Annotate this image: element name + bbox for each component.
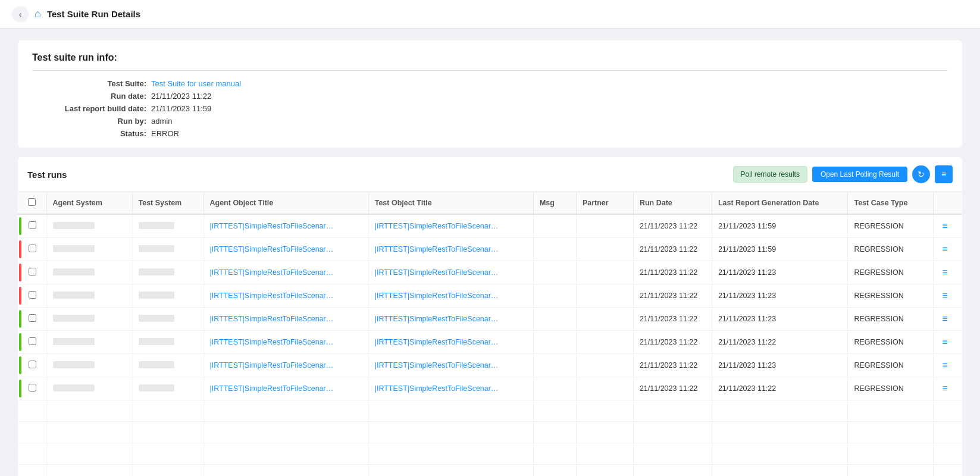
row-action-button[interactable]: ≡: [940, 382, 950, 395]
agent-obj-link[interactable]: |IRTTEST|SimpleRestToFileScenario|http:/…: [210, 384, 335, 393]
row-test-obj[interactable]: |IRTTEST|SimpleRestToFileScenario|http:/…: [368, 261, 533, 284]
empty-cell: [203, 422, 368, 443]
back-button[interactable]: ‹: [12, 6, 29, 23]
row-partner: [576, 308, 633, 331]
agent-obj-link[interactable]: |IRTTEST|SimpleRestToFileScenario|http:/…: [210, 361, 335, 369]
row-action-button[interactable]: ≡: [940, 312, 950, 325]
row-action-cell[interactable]: ≡: [934, 377, 962, 400]
row-action-cell[interactable]: ≡: [934, 308, 962, 331]
row-checkbox[interactable]: [29, 268, 36, 275]
row-test-obj[interactable]: |IRTTEST|SimpleRestToFileScenario|http:/…: [368, 377, 533, 400]
empty-cell: [576, 400, 633, 422]
agent-obj-link[interactable]: |IRTTEST|SimpleRestToFileScenario|http:/…: [210, 245, 335, 253]
test-obj-link[interactable]: |IRTTEST|SimpleRestToFileScenario|http:/…: [375, 222, 500, 230]
test-obj-link[interactable]: |IRTTEST|SimpleRestToFileScenario|http:/…: [375, 268, 500, 277]
row-partner: [576, 214, 633, 238]
row-checkbox-cell: [18, 377, 46, 400]
row-agent-obj[interactable]: |IRTTEST|SimpleRestToFileScenario|http:/…: [203, 284, 368, 308]
row-checkbox[interactable]: [29, 221, 36, 229]
info-value-suite[interactable]: Test Suite for user manual: [151, 79, 330, 88]
row-test-obj[interactable]: |IRTTEST|SimpleRestToFileScenario|http:/…: [368, 214, 533, 238]
agent-obj-link[interactable]: |IRTTEST|SimpleRestToFileScenario|http:/…: [210, 315, 335, 323]
row-agent-obj[interactable]: |IRTTEST|SimpleRestToFileScenario|http:/…: [203, 331, 368, 354]
row-test-obj[interactable]: |IRTTEST|SimpleRestToFileScenario|http:/…: [368, 238, 533, 261]
empty-cell: [132, 443, 203, 465]
empty-table-row: [18, 465, 962, 477]
row-agent-system: [46, 238, 132, 261]
row-checkbox[interactable]: [29, 245, 36, 252]
agent-obj-link[interactable]: |IRTTEST|SimpleRestToFileScenario|http:/…: [210, 268, 335, 277]
row-test-case-type: REGRESSION: [848, 377, 934, 400]
row-test-obj[interactable]: |IRTTEST|SimpleRestToFileScenario|http:/…: [368, 354, 533, 377]
test-obj-link[interactable]: |IRTTEST|SimpleRestToFileScenario|http:/…: [375, 338, 500, 346]
agent-obj-link[interactable]: |IRTTEST|SimpleRestToFileScenario|http:/…: [210, 338, 335, 346]
test-obj-link[interactable]: |IRTTEST|SimpleRestToFileScenario|http:/…: [375, 245, 500, 253]
test-obj-link[interactable]: |IRTTEST|SimpleRestToFileScenario|http:/…: [375, 315, 500, 323]
row-agent-obj[interactable]: |IRTTEST|SimpleRestToFileScenario|http:/…: [203, 377, 368, 400]
row-checkbox[interactable]: [29, 314, 36, 322]
info-value-runby: admin: [151, 117, 330, 126]
row-agent-system: [46, 214, 132, 238]
row-checkbox[interactable]: [29, 337, 36, 345]
poll-remote-button[interactable]: Poll remote results: [733, 166, 807, 183]
row-checkbox[interactable]: [29, 384, 36, 392]
th-last-report: Last Report Generation Date: [712, 192, 848, 214]
row-action-button[interactable]: ≡: [940, 336, 950, 349]
table-row: |IRTTEST|SimpleRestToFileScenario|http:/…: [18, 284, 962, 308]
row-action-button[interactable]: ≡: [940, 289, 950, 302]
th-run-date: Run Date: [633, 192, 712, 214]
row-agent-obj[interactable]: |IRTTEST|SimpleRestToFileScenario|http:/…: [203, 354, 368, 377]
empty-cell: [633, 443, 712, 465]
indicator-bar: [19, 264, 21, 281]
empty-cell: [934, 422, 962, 443]
row-checkbox[interactable]: [29, 291, 36, 299]
info-label-status: Status:: [32, 129, 151, 138]
row-last-report: 21/11/2023 11:23: [712, 354, 848, 377]
row-action-cell[interactable]: ≡: [934, 261, 962, 284]
row-agent-obj[interactable]: |IRTTEST|SimpleRestToFileScenario|http:/…: [203, 214, 368, 238]
menu-button[interactable]: ≡: [935, 165, 953, 183]
test-obj-link[interactable]: |IRTTEST|SimpleRestToFileScenario|http:/…: [375, 292, 500, 300]
row-action-button[interactable]: ≡: [940, 220, 950, 233]
empty-cell: [848, 465, 934, 477]
empty-table-row: [18, 443, 962, 465]
empty-cell: [712, 443, 848, 465]
row-test-case-type: REGRESSION: [848, 331, 934, 354]
row-last-report: 21/11/2023 11:59: [712, 214, 848, 238]
row-msg: [533, 214, 576, 238]
row-action-button[interactable]: ≡: [940, 359, 950, 372]
empty-cell: [18, 443, 46, 465]
th-test-obj: Test Object Title: [368, 192, 533, 214]
row-agent-obj[interactable]: |IRTTEST|SimpleRestToFileScenario|http:/…: [203, 238, 368, 261]
row-test-obj[interactable]: |IRTTEST|SimpleRestToFileScenario|http:/…: [368, 308, 533, 331]
row-action-button[interactable]: ≡: [940, 243, 950, 256]
row-last-report: 21/11/2023 11:22: [712, 377, 848, 400]
row-checkbox[interactable]: [29, 361, 36, 368]
info-label-runby: Run by:: [32, 117, 151, 126]
row-agent-obj[interactable]: |IRTTEST|SimpleRestToFileScenario|http:/…: [203, 261, 368, 284]
th-msg: Msg: [533, 192, 576, 214]
test-obj-link[interactable]: |IRTTEST|SimpleRestToFileScenario|http:/…: [375, 384, 500, 393]
row-test-system: [132, 214, 203, 238]
row-agent-obj[interactable]: |IRTTEST|SimpleRestToFileScenario|http:/…: [203, 308, 368, 331]
row-action-cell[interactable]: ≡: [934, 214, 962, 238]
empty-cell: [18, 422, 46, 443]
refresh-button[interactable]: ↻: [912, 165, 930, 183]
th-checkbox: [18, 192, 46, 214]
test-obj-link[interactable]: |IRTTEST|SimpleRestToFileScenario|http:/…: [375, 361, 500, 369]
row-test-obj[interactable]: |IRTTEST|SimpleRestToFileScenario|http:/…: [368, 284, 533, 308]
agent-obj-link[interactable]: |IRTTEST|SimpleRestToFileScenario|http:/…: [210, 292, 335, 300]
row-action-cell[interactable]: ≡: [934, 284, 962, 308]
row-test-case-type: REGRESSION: [848, 261, 934, 284]
row-action-button[interactable]: ≡: [940, 266, 950, 279]
page-header: ‹ ⌂ Test Suite Run Details: [0, 0, 980, 29]
agent-obj-link[interactable]: |IRTTEST|SimpleRestToFileScenario|http:/…: [210, 222, 335, 230]
row-action-cell[interactable]: ≡: [934, 331, 962, 354]
info-label-lastreport: Last report build date:: [32, 104, 151, 113]
row-action-cell[interactable]: ≡: [934, 238, 962, 261]
row-run-date: 21/11/2023 11:22: [633, 331, 712, 354]
select-all-checkbox[interactable]: [28, 198, 36, 206]
open-last-polling-button[interactable]: Open Last Polling Result: [812, 167, 907, 182]
row-action-cell[interactable]: ≡: [934, 354, 962, 377]
row-test-obj[interactable]: |IRTTEST|SimpleRestToFileScenario|http:/…: [368, 331, 533, 354]
